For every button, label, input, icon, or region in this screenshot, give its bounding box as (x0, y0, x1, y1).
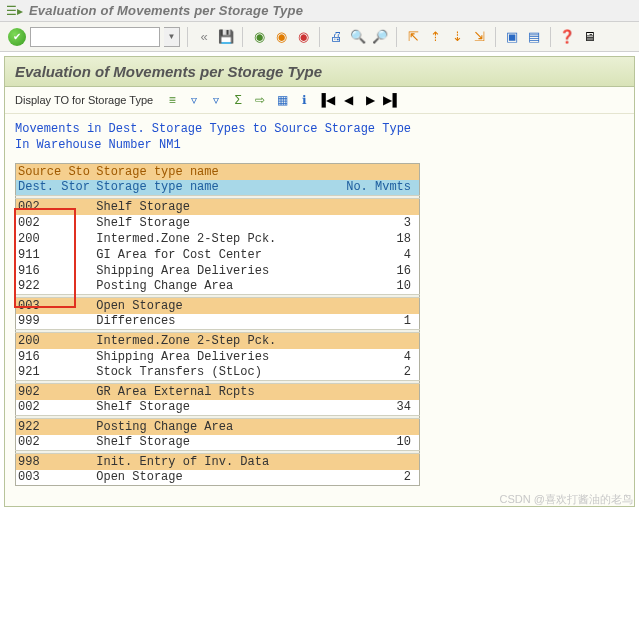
cancel-icon[interactable]: ◉ (294, 28, 312, 46)
group-name: Shelf Storage (94, 199, 336, 215)
row-name: Shipping Area Deliveries (94, 349, 336, 365)
first-page-icon[interactable]: ⇱ (404, 28, 422, 46)
table-row[interactable]: 911GI Area for Cost Center4 (16, 247, 420, 263)
row-code: 002 (16, 400, 95, 416)
table-row[interactable]: 921Stock Transfers (StLoc)2 (16, 365, 420, 381)
shortcut-icon[interactable]: ▤ (525, 28, 543, 46)
row-code: 922 (16, 279, 95, 295)
row-mvmts: 10 (337, 279, 420, 295)
back-icon[interactable]: ◉ (250, 28, 268, 46)
group-header-row: 922Posting Change Area (16, 419, 420, 435)
table-row[interactable]: 002Shelf Storage10 (16, 435, 420, 451)
row-name: Intermed.Zone 2-Step Pck. (94, 231, 336, 247)
group-name: GR Area External Rcpts (94, 384, 336, 400)
page-header: Evaluation of Movements per Storage Type (5, 57, 634, 87)
row-name: Stock Transfers (StLoc) (94, 365, 336, 381)
row-code: 921 (16, 365, 95, 381)
watermark: CSDN @喜欢打酱油的老鸟 (500, 492, 633, 507)
group-code: 002 (16, 199, 95, 215)
group-header-row: 200Intermed.Zone 2-Step Pck. (16, 333, 420, 349)
separator (319, 27, 320, 47)
app-toolbar: ✔ ▼ « 💾 ◉ ◉ ◉ 🖨 🔍 🔎 ⇱ ⇡ ⇣ ⇲ ▣ ▤ ❓ 🖥 (0, 22, 639, 52)
row-code: 002 (16, 215, 95, 231)
window-title: Evaluation of Movements per Storage Type (29, 3, 303, 18)
sort-asc-icon[interactable]: ▿ (185, 91, 203, 109)
separator (242, 27, 243, 47)
row-code: 999 (16, 314, 95, 330)
nav-next-icon[interactable]: ▶ (361, 91, 379, 109)
group-code: 003 (16, 298, 95, 314)
group-header-row: 902GR Area External Rcpts (16, 384, 420, 400)
command-field[interactable] (30, 27, 160, 47)
row-mvmts: 3 (337, 215, 420, 231)
find-icon[interactable]: 🔍 (349, 28, 367, 46)
group-header-row: 003Open Storage (16, 298, 420, 314)
col-blank (337, 164, 420, 180)
new-session-icon[interactable]: ▣ (503, 28, 521, 46)
row-name: Open Storage (94, 470, 336, 486)
row-mvmts: 18 (337, 231, 420, 247)
back-double-icon[interactable]: « (195, 28, 213, 46)
find-next-icon[interactable]: 🔎 (371, 28, 389, 46)
row-name: Shelf Storage (94, 215, 336, 231)
separator (396, 27, 397, 47)
last-page-icon[interactable]: ⇲ (470, 28, 488, 46)
col-dst-name: Storage type name (94, 180, 336, 196)
col-src-code: Source Sto (16, 164, 95, 180)
group-name: Open Storage (94, 298, 336, 314)
col-src-name: Storage type name (94, 164, 336, 180)
table-row[interactable]: 999Differences1 (16, 314, 420, 330)
group-name: Init. Entry of Inv. Data (94, 454, 336, 470)
row-name: Shelf Storage (94, 435, 336, 451)
nav-prev-icon[interactable]: ◀ (339, 91, 357, 109)
save-icon[interactable]: 💾 (217, 28, 235, 46)
row-code: 003 (16, 470, 95, 486)
sum-icon[interactable]: Σ (229, 91, 247, 109)
group-code: 922 (16, 419, 95, 435)
row-code: 200 (16, 231, 95, 247)
row-mvmts: 34 (337, 400, 420, 416)
command-dropdown-icon[interactable]: ▼ (164, 27, 180, 47)
info-icon[interactable]: ℹ (295, 91, 313, 109)
sort-desc-icon[interactable]: ▿ (207, 91, 225, 109)
menu-icon[interactable]: ☰▸ (6, 4, 23, 18)
nav-first-icon[interactable]: ▐◀ (317, 91, 335, 109)
group-header-row: 998Init. Entry of Inv. Data (16, 454, 420, 470)
enter-icon[interactable]: ✔ (8, 28, 26, 46)
report-info: Movements in Dest. Storage Types to Sour… (5, 114, 634, 157)
table-row[interactable]: 003Open Storage2 (16, 470, 420, 486)
row-mvmts: 2 (337, 365, 420, 381)
report-table: Source Sto Storage type name Dest. Stor … (15, 163, 420, 486)
prev-page-icon[interactable]: ⇡ (426, 28, 444, 46)
separator (187, 27, 188, 47)
print-icon[interactable]: 🖨 (327, 28, 345, 46)
row-code: 916 (16, 349, 95, 365)
row-mvmts: 2 (337, 470, 420, 486)
row-mvmts: 10 (337, 435, 420, 451)
info-line1: Movements in Dest. Storage Types to Sour… (15, 122, 624, 138)
row-name: Posting Change Area (94, 279, 336, 295)
row-code: 911 (16, 247, 95, 263)
select-layout-icon[interactable]: ▦ (273, 91, 291, 109)
row-code: 002 (16, 435, 95, 451)
next-page-icon[interactable]: ⇣ (448, 28, 466, 46)
group-name: Posting Change Area (94, 419, 336, 435)
content-frame: Evaluation of Movements per Storage Type… (4, 56, 635, 507)
table-row[interactable]: 916Shipping Area Deliveries4 (16, 349, 420, 365)
col-header-dest: Dest. Stor Storage type name No. Mvmts (16, 180, 420, 196)
table-row[interactable]: 002Shelf Storage3 (16, 215, 420, 231)
exit-icon[interactable]: ◉ (272, 28, 290, 46)
row-mvmts: 16 (337, 263, 420, 279)
col-mvmts: No. Mvmts (337, 180, 420, 196)
table-row[interactable]: 200Intermed.Zone 2-Step Pck.18 (16, 231, 420, 247)
row-name: GI Area for Cost Center (94, 247, 336, 263)
details-icon[interactable]: ≡ (163, 91, 181, 109)
info-line2: In Warehouse Number NM1 (15, 138, 624, 154)
nav-last-icon[interactable]: ▶▌ (383, 91, 401, 109)
layout-icon[interactable]: 🖥 (580, 28, 598, 46)
export-icon[interactable]: ⇨ (251, 91, 269, 109)
table-row[interactable]: 002Shelf Storage34 (16, 400, 420, 416)
table-row[interactable]: 916Shipping Area Deliveries16 (16, 263, 420, 279)
help-icon[interactable]: ❓ (558, 28, 576, 46)
table-row[interactable]: 922Posting Change Area10 (16, 279, 420, 295)
